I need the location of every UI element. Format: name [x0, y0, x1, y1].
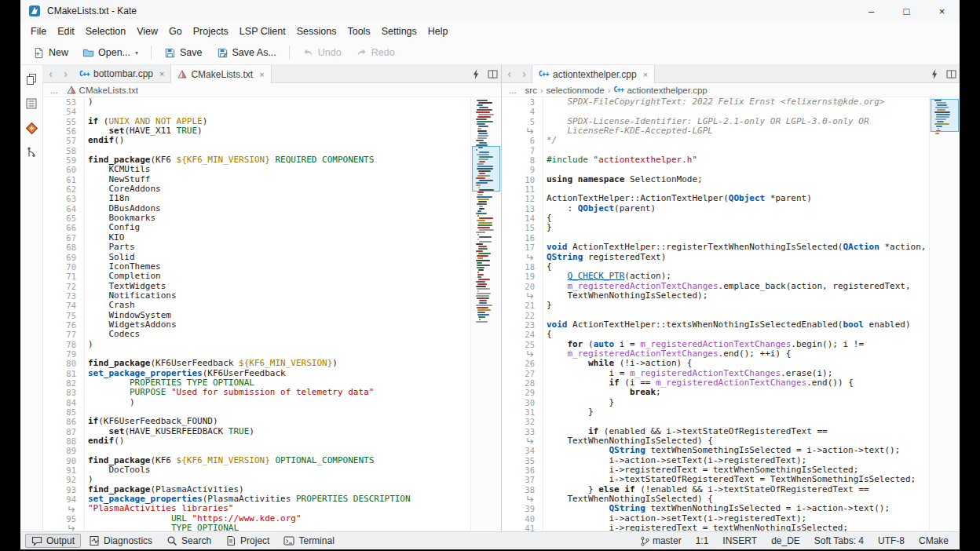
- code-text: LicenseRef-KDE-Accepted-LGPL: [543, 126, 713, 136]
- menu-help[interactable]: Help: [422, 24, 454, 39]
- line-number: 54: [43, 107, 85, 116]
- menu-selection[interactable]: Selection: [80, 24, 131, 39]
- code-line[interactable]: 88endif(): [43, 436, 471, 446]
- terminal-toggle[interactable]: Terminal: [277, 534, 340, 548]
- code-line[interactable]: 10using namespace SelectionMode;: [502, 175, 930, 184]
- new-button[interactable]: New: [27, 45, 75, 61]
- cmake-icon: [177, 70, 187, 78]
- menu-settings[interactable]: Settings: [376, 24, 422, 39]
- breadcrumb-overflow[interactable]: ...: [45, 86, 64, 95]
- code-text: ): [85, 398, 135, 407]
- breadcrumb-overflow[interactable]: ...: [503, 86, 522, 95]
- close-tab-icon[interactable]: ×: [259, 70, 264, 79]
- statusbar-toggle-label: Terminal: [298, 535, 334, 546]
- close-tab-icon[interactable]: ×: [643, 70, 648, 79]
- minimap-scrollbar[interactable]: [929, 97, 960, 531]
- project-toggle[interactable]: Project: [219, 534, 276, 548]
- minimap-line: [476, 286, 486, 287]
- code-line[interactable]: 23void ActionTextHelper::textsWhenNothin…: [502, 320, 930, 330]
- minimap-scrollbar[interactable]: [470, 97, 501, 531]
- breadcrumb-item-cmakelists-txt[interactable]: CMakeLists.txt: [67, 86, 138, 95]
- close-button[interactable]: ×: [924, 0, 960, 22]
- statusbar-toggle-label: Output: [46, 535, 75, 546]
- redo-button[interactable]: Redo: [349, 45, 401, 61]
- symbols-icon[interactable]: [24, 144, 39, 160]
- menu-projects[interactable]: Projects: [188, 24, 234, 39]
- status-git-branch[interactable]: master: [634, 535, 688, 547]
- code-line[interactable]: QString registeredText): [502, 253, 930, 262]
- code-line[interactable]: 13 : QObject(parent): [502, 204, 930, 213]
- split-view-icon[interactable]: [943, 65, 960, 82]
- status-cursor-position[interactable]: 1:1: [689, 535, 715, 547]
- documents-icon[interactable]: [24, 71, 39, 87]
- code-line[interactable]: 15}: [502, 223, 930, 232]
- code-line[interactable]: 78): [43, 340, 471, 349]
- code-line[interactable]: 14{: [502, 213, 930, 223]
- status-dictionary[interactable]: de_DE: [765, 535, 806, 547]
- menu-lsp-client[interactable]: LSP Client: [234, 24, 291, 39]
- close-tab-icon[interactable]: ×: [159, 69, 164, 78]
- minimap-line: [935, 133, 939, 134]
- tab-scroll-left-icon[interactable]: ‹: [502, 65, 517, 82]
- save-as-button[interactable]: Save As...: [210, 45, 283, 61]
- tab-actiontexthelper-cpp[interactable]: C++actiontexthelper.cpp×: [532, 65, 655, 83]
- menu-tools[interactable]: Tools: [342, 24, 375, 39]
- git-icon[interactable]: [24, 120, 39, 136]
- quick-open-icon[interactable]: [927, 65, 943, 82]
- code-line[interactable]: 53): [43, 97, 471, 107]
- code-line[interactable]: LicenseRef-KDE-Accepted-LGPL: [502, 126, 930, 136]
- status-encoding[interactable]: UTF-8: [872, 535, 911, 547]
- search-toggle[interactable]: Search: [160, 534, 218, 548]
- statusbar-toggle-label: Project: [240, 535, 269, 546]
- file-list-icon[interactable]: [24, 96, 39, 111]
- breadcrumb-item-src[interactable]: src: [525, 86, 537, 95]
- minimap-viewport[interactable]: [472, 146, 500, 192]
- line-number: 69: [43, 253, 85, 262]
- wrap-marker-icon: [502, 253, 543, 262]
- code-line[interactable]: 84 ): [43, 398, 471, 407]
- tab-cmakelists-txt[interactable]: CMakeLists.txt×: [170, 65, 271, 83]
- editor-view[interactable]: 3 SPDX-FileCopyrightText: 2022 Felix Ern…: [502, 97, 960, 531]
- minimap-line: [477, 265, 490, 266]
- code-line[interactable]: 8#include "actiontexthelper.h": [502, 155, 930, 165]
- status-input-mode[interactable]: INSERT: [716, 535, 763, 547]
- menu-go[interactable]: Go: [163, 24, 188, 39]
- maximize-button[interactable]: □: [889, 0, 924, 22]
- code-line[interactable]: 91 DocTools: [43, 465, 471, 475]
- minimap-viewport[interactable]: [931, 99, 959, 132]
- code-line[interactable]: 77 Codecs: [43, 330, 471, 339]
- save-button[interactable]: Save: [158, 45, 209, 61]
- menu-sessions[interactable]: Sessions: [291, 24, 342, 39]
- status-label: master: [653, 535, 682, 546]
- breadcrumb-item-actiontexthelper-cpp[interactable]: C++actiontexthelper.cpp: [613, 86, 707, 95]
- minimap-line: [476, 111, 490, 113]
- menu-view[interactable]: View: [131, 24, 163, 39]
- minimize-button[interactable]: –: [854, 0, 889, 22]
- toolbar-separator: [289, 46, 290, 60]
- undo-button[interactable]: Undo: [296, 45, 348, 61]
- code-line[interactable]: TextWhenNothingIsSelected);: [502, 291, 930, 301]
- tab-bottombar-cpp[interactable]: C++bottombar.cpp×: [73, 65, 170, 82]
- split-view-icon[interactable]: [485, 65, 501, 82]
- output-toggle[interactable]: Output: [25, 534, 81, 548]
- code-line[interactable]: 41 i->registeredText = textWhenNothingIs…: [502, 524, 930, 531]
- open-button[interactable]: Open...▾: [76, 45, 144, 61]
- menu-edit[interactable]: Edit: [52, 24, 80, 39]
- menu-file[interactable]: File: [25, 24, 52, 39]
- code-line[interactable]: 6*/: [502, 136, 930, 145]
- editor-view[interactable]: 53)5455if (UNIX AND NOT APPLE)56 set(HAV…: [43, 97, 501, 531]
- status-tab-mode[interactable]: Soft Tabs: 4: [808, 535, 870, 547]
- code-line[interactable]: 57endif(): [43, 136, 471, 145]
- quick-open-icon[interactable]: [468, 65, 485, 82]
- diagnostics-toggle[interactable]: Diagnostics: [82, 534, 159, 548]
- code-line[interactable]: TYPE OPTIONAL: [43, 524, 471, 531]
- tab-scroll-left-icon[interactable]: ‹: [43, 65, 58, 82]
- tab-scroll-right-icon[interactable]: ›: [517, 65, 532, 82]
- breadcrumb-item-selectionmode[interactable]: selectionmode: [547, 86, 605, 95]
- code-line[interactable]: 31 }: [502, 407, 930, 417]
- tab-scroll-right-icon[interactable]: ›: [58, 65, 73, 82]
- status-syntax-mode[interactable]: CMake: [912, 535, 955, 547]
- code-line[interactable]: 21}: [502, 301, 930, 310]
- code-line[interactable]: 3 SPDX-FileCopyrightText: 2022 Felix Ern…: [502, 97, 930, 107]
- line-number: 70: [43, 262, 85, 272]
